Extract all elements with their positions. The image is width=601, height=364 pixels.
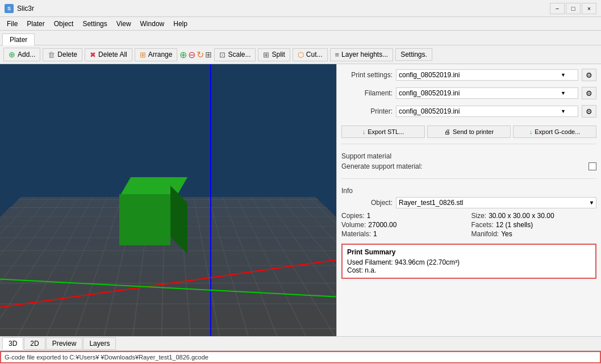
info-grid: Copies: 1 Size: 30.00 x 30.00 x 30.00 Vo…: [341, 212, 596, 238]
send-to-printer-button[interactable]: 🖨 Send to printer: [427, 125, 511, 138]
size-row: Size: 30.00 x 30.00 x 30.00: [471, 212, 597, 220]
manifold-row: Manifold: Yes: [471, 230, 597, 238]
cut-icon: ⬡: [298, 51, 304, 59]
volume-row: Volume: 27000.00: [341, 221, 467, 229]
app-icon: S: [5, 4, 14, 13]
facets-row: Facets: 12 (1 shells): [471, 221, 597, 229]
scale-icon: ⊡: [219, 51, 226, 59]
add-button[interactable]: ⊕ Add...: [3, 48, 40, 61]
window-controls[interactable]: − □ ×: [550, 3, 596, 14]
red-minus-icon: ⊖: [188, 49, 195, 60]
cut-button[interactable]: ⬡ Cut...: [293, 48, 328, 61]
layer-heights-button[interactable]: ≡ Layer heights...: [330, 48, 394, 61]
menu-settings[interactable]: Settings: [78, 19, 111, 29]
menu-window[interactable]: Window: [136, 19, 169, 29]
filament-gear-button[interactable]: ⚙: [582, 87, 596, 99]
support-material-section: Support material Generate support materi…: [341, 150, 596, 173]
arrange-button[interactable]: ⊞ Arrange: [135, 48, 178, 61]
view-tabs: 3D 2D Preview Layers: [0, 336, 601, 351]
blue-grid-icon: ⊞: [205, 50, 212, 59]
layers-icon: ≡: [335, 51, 340, 59]
export-gcode-button[interactable]: ↓ Export G-code...: [513, 125, 596, 138]
print-settings-select-wrapper: config_08052019.ini: [396, 69, 578, 81]
delete-all-button[interactable]: ✖ Delete All: [85, 48, 132, 61]
info-title: Info: [341, 187, 596, 195]
scale-button[interactable]: ⊡ Scale...: [214, 48, 256, 61]
printer-select-wrapper: config_08052019.ini: [396, 106, 578, 117]
print-summary-section: Print Summary Used Filament: 943.96cm (2…: [341, 244, 596, 279]
status-text: G-code file exported to C:¥Users¥ ¥Downl…: [5, 354, 208, 361]
filament-select[interactable]: config_08052019.ini: [396, 87, 578, 99]
divider-2: [341, 178, 596, 179]
app-title: Slic3r: [17, 5, 34, 12]
menu-view[interactable]: View: [112, 19, 136, 29]
tab-2d[interactable]: 2D: [24, 337, 45, 350]
copies-row: Copies: 1: [341, 212, 467, 220]
title-bar-left: S Slic3r: [5, 4, 34, 13]
print-summary-title: Print Summary: [347, 248, 591, 256]
object-select[interactable]: Rayer_test1_0826.stl: [396, 197, 596, 208]
printer-row: Printer: config_08052019.ini ⚙: [341, 105, 596, 118]
settings-toolbar-button[interactable]: Settings.: [395, 48, 432, 61]
tab-bar: Plater: [0, 31, 601, 45]
export-stl-button[interactable]: ↓ Export STL...: [341, 125, 425, 138]
orange-refresh-icon: ↻: [197, 49, 204, 60]
main-area: Print settings: config_08052019.ini ⚙ Fi…: [0, 64, 601, 336]
printer-label: Printer:: [341, 107, 393, 115]
filament-row: Filament: config_08052019.ini ⚙: [341, 87, 596, 99]
status-bar: G-code file exported to C:¥Users¥ ¥Downl…: [0, 351, 601, 363]
tab-preview[interactable]: Preview: [46, 337, 83, 350]
generate-support-label: Generate support material:: [341, 162, 423, 170]
delete-icon: 🗑: [48, 51, 55, 59]
object-row: Object: Rayer_test1_0826.stl ▼: [341, 197, 596, 208]
toolbar: ⊕ Add... 🗑 Delete ✖ Delete All ⊞ Arrange…: [0, 45, 601, 64]
delete-button[interactable]: 🗑 Delete: [43, 48, 82, 61]
printer-select[interactable]: config_08052019.ini: [396, 106, 578, 117]
export-stl-icon: ↓: [362, 128, 366, 135]
object-label: Object:: [341, 199, 393, 207]
used-filament-label: Used Filament:: [347, 258, 393, 266]
print-settings-label: Print settings:: [341, 71, 393, 79]
print-settings-select[interactable]: config_08052019.ini: [396, 69, 578, 81]
menu-plater[interactable]: Plater: [22, 19, 49, 29]
filament-select-wrapper: config_08052019.ini: [396, 87, 578, 99]
title-bar: S Slic3r − □ ×: [0, 0, 601, 17]
minimize-button[interactable]: −: [550, 3, 565, 14]
print-settings-gear-button[interactable]: ⚙: [582, 69, 596, 81]
tab-plater[interactable]: Plater: [2, 34, 35, 45]
cost-label: Cost:: [347, 266, 363, 274]
menu-object[interactable]: Object: [49, 19, 78, 29]
add-icon: ⊕: [9, 50, 15, 59]
menu-file[interactable]: File: [2, 19, 22, 29]
menu-help[interactable]: Help: [169, 19, 192, 29]
generate-support-row: Generate support material:: [341, 160, 596, 173]
3d-object-cube: [119, 177, 187, 245]
filament-label: Filament:: [341, 89, 393, 97]
info-section: Info Object: Rayer_test1_0826.stl ▼ Copi…: [341, 187, 596, 238]
arrange-icon: ⊞: [140, 51, 146, 59]
used-filament-row: Used Filament: 943.96cm (22.70cm³): [347, 258, 591, 266]
menu-bar: File Plater Object Settings View Window …: [0, 17, 601, 31]
print-settings-row: Print settings: config_08052019.ini ⚙: [341, 69, 596, 81]
maximize-button[interactable]: □: [566, 3, 581, 14]
divider-1: [341, 144, 596, 144]
blue-axis-line: [210, 64, 211, 336]
viewport-3d[interactable]: [0, 64, 336, 336]
close-button[interactable]: ×: [582, 3, 596, 14]
delete-all-icon: ✖: [90, 51, 96, 59]
cost-value: n.a.: [365, 266, 376, 274]
printer-icon: 🖨: [444, 128, 450, 135]
export-gcode-icon: ↓: [529, 128, 533, 135]
split-button[interactable]: ⊞ Split: [258, 48, 290, 61]
tab-layers[interactable]: Layers: [83, 337, 116, 350]
materials-row: Materials: 1: [341, 230, 467, 238]
action-buttons-row: ↓ Export STL... 🖨 Send to printer ↓ Expo…: [341, 125, 596, 138]
object-select-wrapper: Rayer_test1_0826.stl ▼: [396, 197, 596, 208]
printer-gear-button[interactable]: ⚙: [582, 105, 596, 118]
support-material-checkbox[interactable]: [589, 162, 596, 170]
cube-right-face: [170, 186, 187, 254]
used-filament-value: 943.96cm (22.70cm³): [395, 258, 460, 266]
tab-3d[interactable]: 3D: [2, 337, 23, 350]
cube-front-face: [119, 194, 170, 245]
cost-row: Cost: n.a.: [347, 266, 591, 274]
